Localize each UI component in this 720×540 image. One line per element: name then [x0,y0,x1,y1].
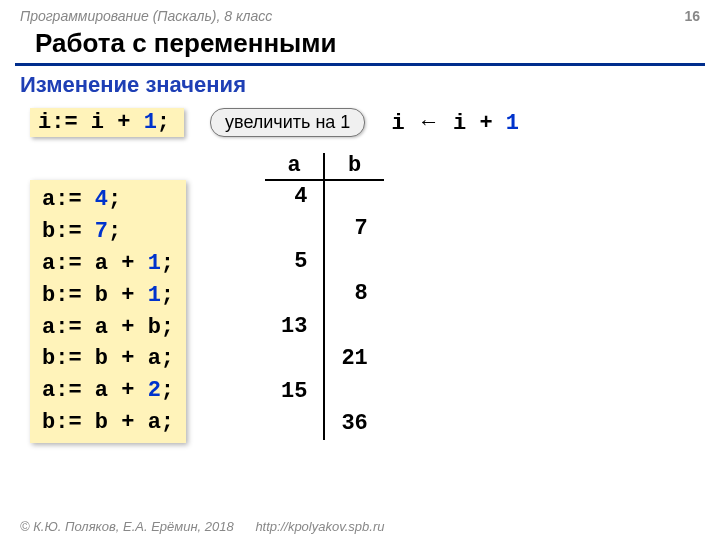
trace-cell-a: 4 [265,180,324,213]
trace-cell-b: 8 [324,278,383,311]
trace-cell-a [265,408,324,441]
code-increment-pseudo: i ← i + 1 [391,109,519,136]
trace-table: a b 475813211536 [265,153,384,440]
trace-cell-b [324,375,383,408]
trace-row: 13 [265,310,384,343]
trace-cell-b: 36 [324,408,383,441]
trace-header-a: a [265,153,324,180]
trace-row: 15 [265,375,384,408]
breadcrumb: Программирование (Паскаль), 8 класс 16 [0,0,720,26]
trace-cell-a [265,213,324,246]
footer-url: http://kpolyakov.spb.ru [255,519,384,534]
example-row: i:= i + 1; увеличить на 1 i ← i + 1 [30,108,690,137]
trace-row: 36 [265,408,384,441]
code-block: a:= 4; b:= 7; a:= a + 1; b:= b + 1; a:= … [30,180,186,443]
trace-cell-a [265,343,324,376]
trace-cell-b [324,310,383,343]
trace-cell-a: 5 [265,245,324,278]
trace-cell-b: 7 [324,213,383,246]
code-increment-pascal: i:= i + 1; [30,108,184,137]
breadcrumb-text: Программирование (Паскаль), 8 класс [20,8,272,24]
trace-header-b: b [324,153,383,180]
trace-row: 8 [265,278,384,311]
trace-row: 7 [265,213,384,246]
callout-increment: увеличить на 1 [210,108,365,137]
slide-title: Работа с переменными [15,26,705,66]
trace-row: 4 [265,180,384,213]
trace-row: 21 [265,343,384,376]
trace-cell-a [265,278,324,311]
footer: © К.Ю. Поляков, Е.А. Ерёмин, 2018 http:/… [20,519,384,534]
page-number: 16 [684,8,700,24]
trace-cell-a: 13 [265,310,324,343]
trace-cell-b: 21 [324,343,383,376]
trace-cell-b [324,180,383,213]
trace-row: 5 [265,245,384,278]
footer-copyright: © К.Ю. Поляков, Е.А. Ерёмин, 2018 [20,519,234,534]
trace-cell-b [324,245,383,278]
slide-subtitle: Изменение значения [0,66,720,108]
trace-header-row: a b [265,153,384,180]
trace-cell-a: 15 [265,375,324,408]
